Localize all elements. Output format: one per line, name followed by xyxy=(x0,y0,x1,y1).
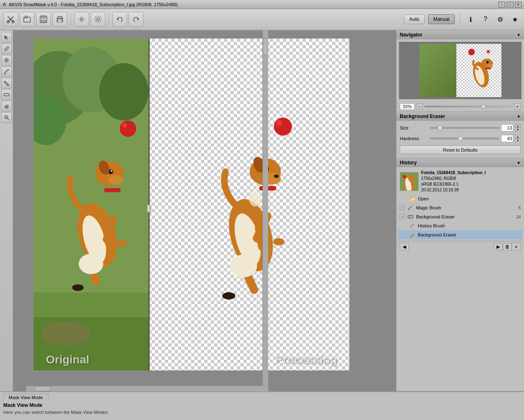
history-file-entry[interactable]: Fotolia_15268418_Subscription_l 1756x248… xyxy=(398,169,522,194)
size-slider-thumb[interactable] xyxy=(437,125,442,130)
nav-processed-area xyxy=(456,44,501,97)
canvas-horizontal-scrollbar[interactable] xyxy=(26,386,268,391)
toolbar: Auto Manual ℹ ? ⚙ ★ xyxy=(0,9,524,30)
size-slider[interactable] xyxy=(430,127,499,129)
close-button[interactable]: ✕ xyxy=(515,2,522,7)
navigator-header[interactable]: Navigator ▼ xyxy=(396,30,524,39)
hardness-decrement[interactable]: ▼ xyxy=(515,138,521,142)
svg-marker-88 xyxy=(410,234,414,238)
save-button[interactable] xyxy=(36,12,51,27)
size-increment[interactable]: ▲ xyxy=(515,124,521,128)
svg-rect-8 xyxy=(41,16,46,18)
cut-button[interactable] xyxy=(3,12,18,27)
history-play-button[interactable]: ▶ xyxy=(494,243,503,250)
svg-point-82 xyxy=(403,175,406,178)
hand-tool-button[interactable] xyxy=(1,101,12,111)
bg-eraser-expand[interactable]: + xyxy=(400,214,405,219)
hardness-stepper[interactable]: ▲ ▼ xyxy=(515,135,521,142)
history-delete-button[interactable]: 🗑 xyxy=(503,243,512,250)
nav-position-indicator xyxy=(487,50,490,53)
titlebar-controls[interactable]: – □ ✕ xyxy=(499,2,522,7)
eraser-tool-button[interactable] xyxy=(1,89,12,100)
history-brush-icon xyxy=(409,222,415,229)
svg-point-12 xyxy=(61,19,62,20)
favorites-button[interactable]: ★ xyxy=(509,14,521,25)
settings-button[interactable] xyxy=(74,12,89,27)
left-toolbar xyxy=(0,30,13,391)
svg-marker-18 xyxy=(4,50,6,51)
right-panel: Navigator ▼ xyxy=(396,30,524,391)
svg-point-40 xyxy=(108,175,123,185)
svg-point-87 xyxy=(410,226,412,228)
statusbar-description: Here you can switch between the Mask Vie… xyxy=(3,410,521,415)
help-button[interactable]: ? xyxy=(480,14,491,25)
divider-handle[interactable] xyxy=(147,204,151,213)
info-button[interactable]: ℹ xyxy=(465,14,476,25)
select-tool-button[interactable] xyxy=(1,32,12,43)
print-button[interactable] xyxy=(52,12,67,27)
maximize-button[interactable]: □ xyxy=(507,2,513,7)
undo-button[interactable] xyxy=(112,12,127,27)
hardness-value[interactable]: 43 xyxy=(501,135,513,142)
zoom-minus-button[interactable]: – xyxy=(416,103,423,110)
background-eraser-header[interactable]: Background Eraser ▼ xyxy=(396,112,524,121)
canvas-divider[interactable] xyxy=(148,39,150,370)
hardness-increment[interactable]: ▲ xyxy=(515,135,521,138)
paint-bucket-button[interactable] xyxy=(1,78,12,89)
svg-point-36 xyxy=(42,321,91,346)
history-brush-item[interactable]: History Brush xyxy=(398,221,522,230)
history-magic-brush[interactable]: + Magic Brush 5 xyxy=(398,203,522,212)
preferences-button[interactable] xyxy=(91,12,105,27)
svg-point-64 xyxy=(222,292,235,300)
svg-rect-24 xyxy=(4,93,9,96)
history-list-button[interactable]: ≡ xyxy=(512,243,521,250)
svg-marker-16 xyxy=(137,18,139,20)
history-header[interactable]: History ▼ xyxy=(396,158,524,167)
svg-point-52 xyxy=(79,254,103,274)
hardness-row: Hardness 43 ▲ ▼ xyxy=(400,135,521,142)
hardness-slider[interactable] xyxy=(430,138,499,139)
statusbar-title: Mask View Mode xyxy=(3,402,521,408)
eyedropper-tool-button[interactable] xyxy=(1,55,12,66)
history-back-button[interactable]: ◀ xyxy=(400,243,409,250)
brush-tool-button[interactable] xyxy=(1,66,12,77)
pencil-tool-button[interactable] xyxy=(1,43,12,54)
original-image xyxy=(34,39,148,370)
svg-point-47 xyxy=(72,284,84,291)
redo-button[interactable] xyxy=(129,12,144,27)
background-eraser-title: Background Eraser xyxy=(400,114,445,119)
size-decrement[interactable]: ▼ xyxy=(515,128,521,132)
history-open-action[interactable]: 📂 Open xyxy=(398,194,522,203)
history-filename: Fotolia_15268418_Subscription_l xyxy=(421,170,521,176)
history-bg-eraser-selected[interactable]: Background Eraser xyxy=(398,230,522,239)
auto-mode-button[interactable]: Auto xyxy=(404,14,425,24)
history-bg-eraser-1[interactable]: + Background Eraser 14 xyxy=(398,212,522,221)
zoom-tool-button[interactable] xyxy=(1,112,12,123)
history-file-colorspace: sRGB IEC61966-2.1 xyxy=(421,182,521,187)
svg-point-84 xyxy=(412,206,413,207)
magic-brush-expand[interactable]: + xyxy=(400,205,405,210)
mask-view-mode-tab[interactable]: Mask View Mode xyxy=(3,394,48,401)
toolbar-separator xyxy=(71,13,71,26)
manual-mode-button[interactable]: Manual xyxy=(428,14,455,24)
hardness-slider-thumb[interactable] xyxy=(458,136,463,141)
toolbar-separator-2 xyxy=(109,13,109,26)
zoom-slider[interactable] xyxy=(424,106,513,107)
size-stepper[interactable]: ▲ ▼ xyxy=(515,124,521,132)
canvas-vertical-scrollbar[interactable] xyxy=(262,30,268,386)
bg-eraser-label-1: Background Eraser xyxy=(416,214,455,219)
nav-dog-svg xyxy=(456,44,501,97)
open-button[interactable] xyxy=(20,12,34,27)
svg-point-74 xyxy=(486,64,493,68)
minimize-button[interactable]: – xyxy=(499,2,505,7)
history-thumb xyxy=(400,172,419,191)
magic-brush-icon xyxy=(407,204,414,211)
scrollbar-thumb[interactable] xyxy=(34,386,51,391)
zoom-slider-thumb[interactable] xyxy=(481,104,485,109)
svg-point-75 xyxy=(486,61,489,64)
size-value[interactable]: 13 xyxy=(501,124,513,132)
options-button[interactable]: ⚙ xyxy=(494,14,506,25)
zoom-plus-button[interactable]: + xyxy=(514,103,521,110)
reset-defaults-button[interactable]: Reset to Defaults xyxy=(400,145,521,154)
vscrollbar-thumb[interactable] xyxy=(263,39,268,55)
